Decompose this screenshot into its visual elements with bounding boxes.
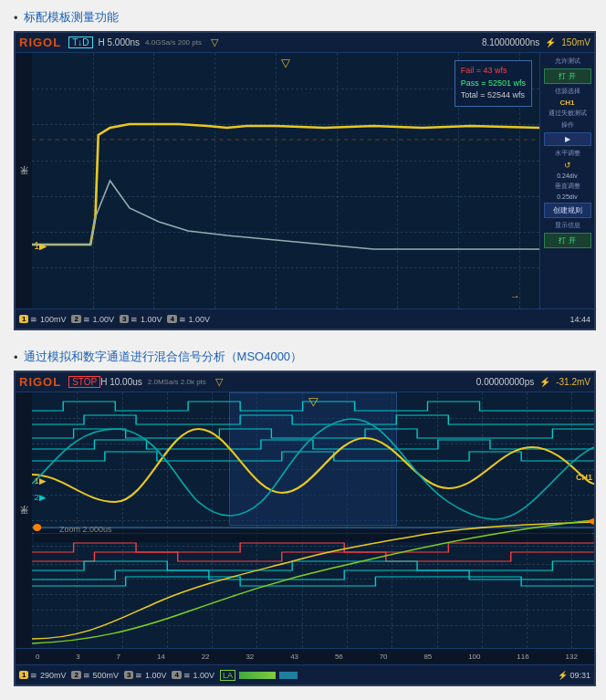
panel-show-btn[interactable]: 打 开 xyxy=(544,233,591,248)
scope1-infobox: Fail = 43 wfs Pass = 52501 wfs Total = 5… xyxy=(454,60,532,107)
scope2-ch3-num: 3 xyxy=(124,671,133,679)
scope1-total: Total = 52544 wfs xyxy=(461,89,526,102)
scope2-ch4-num: 4 xyxy=(172,671,181,679)
scope1-brand: RIGOL xyxy=(19,36,61,49)
scope2-left-label: 水平 xyxy=(16,392,32,648)
scope1-wrapper: RIGOL T↓D H 5.000ns 4.0GSa/s 200 pts ▽ 8… xyxy=(14,31,592,330)
panel-show-info: 显示信息 xyxy=(542,221,592,230)
panel-create-rule[interactable]: 创建规则 xyxy=(544,203,591,218)
link1-container: • 标配模板测量功能 xyxy=(14,9,592,26)
scope2-ch2-val: ≅ 500mV xyxy=(83,671,119,680)
panel-advanced-btn[interactable]: 打 开 xyxy=(544,68,591,84)
scope2-topbar: RIGOL STOP H 10.00us 2.0MSa/s 2.0k pts ▽… xyxy=(16,372,594,392)
scope2-wrapper: RIGOL STOP H 10.00us 2.0MSa/s 2.0k pts ▽… xyxy=(14,371,592,686)
scope2-ch3-val: ≅ 1.00V xyxy=(135,671,166,680)
scope1-bottom: 1 ≅ 100mV 2 ≅ 1.00V 3 ≅ 1.00V 4 ≅ 1.00V … xyxy=(16,308,594,329)
tick-116: 116 xyxy=(517,653,528,661)
panel-operate: 操作 xyxy=(542,120,592,130)
scope1-topbar: RIGOL T↓D H 5.000ns 4.0GSa/s 200 pts ▽ 8… xyxy=(16,33,594,53)
scope2-ch2: 2 ≅ 500mV xyxy=(71,671,118,680)
link2-text[interactable]: 通过模拟和数字通道进行混合信号分析（MSO4000） xyxy=(24,349,303,365)
panel-passfail: 通过失败测试 xyxy=(542,110,592,118)
tick-3: 3 xyxy=(76,653,79,661)
scope1-ch4: 4 ≅ 1.00V xyxy=(167,315,209,324)
svg-text:→: → xyxy=(510,291,520,301)
scope1-topbar-right: 8.10000000ns ⚡ 150mV xyxy=(482,37,590,47)
svg-text:▽: ▽ xyxy=(281,57,290,69)
svg-text:1▶: 1▶ xyxy=(34,476,47,486)
tick-132: 132 xyxy=(566,653,578,661)
scope2-time-val: 0.00000000ps xyxy=(476,377,534,387)
scope1-ch3-val: ≅ 1.00V xyxy=(131,315,162,324)
scope2-bottom: 1 ≅ 290mV 2 ≅ 500mV 3 ≅ 1.00V 4 ≅ 1.00V … xyxy=(16,664,594,684)
scope1-ch4-val: ≅ 1.00V xyxy=(179,315,210,324)
panel-advanced-label: 允许测试 xyxy=(542,57,592,66)
scope2-timebase: H 10.00us xyxy=(100,377,142,387)
svg-text:1▶: 1▶ xyxy=(34,241,47,251)
panel-h-val: 0.24div xyxy=(557,172,578,179)
scope2-brand: RIGOL xyxy=(19,375,61,389)
scope2-ch4-val: ≅ 1.00V xyxy=(183,671,214,680)
scope1-ch3-num: 3 xyxy=(120,315,129,323)
scope2-ch3: 3 ≅ 1.00V xyxy=(124,671,166,680)
scope2-status: STOP xyxy=(68,376,100,388)
tick-7: 7 xyxy=(117,653,120,661)
tick-85: 85 xyxy=(423,653,432,661)
scope1-fail: Fail = 43 wfs xyxy=(461,65,526,78)
scope1-ch1-num: 1 xyxy=(19,315,28,323)
tick-100: 100 xyxy=(468,653,480,661)
scope2-time: ⚡ 09:31 xyxy=(558,671,590,680)
tick-22: 22 xyxy=(202,653,210,661)
tick-14: 14 xyxy=(157,653,165,661)
scope1-ch4-num: 4 xyxy=(167,315,176,323)
scope1-left-label: 水平 xyxy=(16,53,32,308)
tick-70: 70 xyxy=(380,653,388,661)
scope1-ch2: 2 ≅ 1.00V xyxy=(71,315,113,324)
scope1-pass: Pass = 52501 wfs xyxy=(461,78,526,90)
tick-43: 43 xyxy=(290,653,298,661)
scope1-time: 14:44 xyxy=(569,315,590,324)
scope1-container: RIGOL T↓D H 5.000ns 4.0GSa/s 200 pts ▽ 8… xyxy=(14,31,596,330)
scope2-topbar-right: 0.00000000ps ⚡ -31.2mV xyxy=(476,377,590,387)
scope2-zoom-label: Zoom 2.000us xyxy=(59,525,112,534)
svg-text:▽: ▽ xyxy=(308,395,319,408)
tick-0: 0 xyxy=(36,653,39,661)
scope2-la: LA xyxy=(220,670,298,681)
scope2-ch1: 1 ≅ 290mV xyxy=(19,671,66,680)
scope2-la-bar xyxy=(239,672,276,679)
panel-ch: CH1 xyxy=(559,99,574,107)
scope1-samplerate: 4.0GSa/s 200 pts xyxy=(145,38,202,47)
scope1-ch3: 3 ≅ 1.00V xyxy=(120,315,162,324)
scope1-ch1-val: ≅ 100mV xyxy=(30,315,66,324)
scope2-ch4: 4 ≅ 1.00V xyxy=(172,671,214,680)
svg-point-7 xyxy=(33,524,41,531)
scope2-ch2-num: 2 xyxy=(71,671,80,679)
scope1-ch1: 1 ≅ 100mV xyxy=(19,315,66,324)
bullet2: • xyxy=(14,350,18,364)
scope2-screen[interactable]: ▽ 1▶ 2▶ CH1 Zoom 2.000us ◀ xyxy=(32,392,594,648)
link2-container: • 通过模拟和数字通道进行混合信号分析（MSO4000） xyxy=(14,349,592,365)
scope1-ch2-num: 2 xyxy=(71,315,80,323)
scope2-trigger-val: -31.2mV xyxy=(556,377,590,387)
scope2-container: RIGOL STOP H 10.00us 2.0MSa/s 2.0k pts ▽… xyxy=(14,371,596,686)
scope1-main: 水平 xyxy=(16,53,594,308)
scope2-la-label: LA xyxy=(220,670,235,681)
scope2-ch1-val: ≅ 290mV xyxy=(30,671,66,680)
scope2-waveform: ▽ 1▶ 2▶ xyxy=(32,392,594,648)
panel-mask-label: 信源选择 xyxy=(542,87,592,96)
tick-56: 56 xyxy=(335,653,343,661)
panel-v-adjust: 垂直调整 xyxy=(542,182,592,191)
scope1-status: T↓D xyxy=(68,37,92,48)
panel-v-val: 0.25div xyxy=(557,193,578,200)
scope2-main: 水平 xyxy=(16,392,594,648)
scope1-timebase: H 5.000ns xyxy=(99,37,141,47)
panel-play-btn[interactable]: ▶ xyxy=(544,132,591,146)
scope2-la-bar2 xyxy=(279,672,298,679)
scope2-samplerate: 2.0MSa/s 2.0k pts xyxy=(148,378,206,386)
scope1-ch2-val: ≅ 1.00V xyxy=(83,315,114,324)
panel-h-adjust: 水平调整 xyxy=(542,149,592,158)
bullet1: • xyxy=(14,11,18,25)
scope1-screen[interactable]: ▽ 1▶ → Fail = 43 wfs Pass = 52501 wfs To… xyxy=(32,53,539,308)
tick-32: 32 xyxy=(246,653,254,661)
link1-text[interactable]: 标配模板测量功能 xyxy=(24,9,119,26)
